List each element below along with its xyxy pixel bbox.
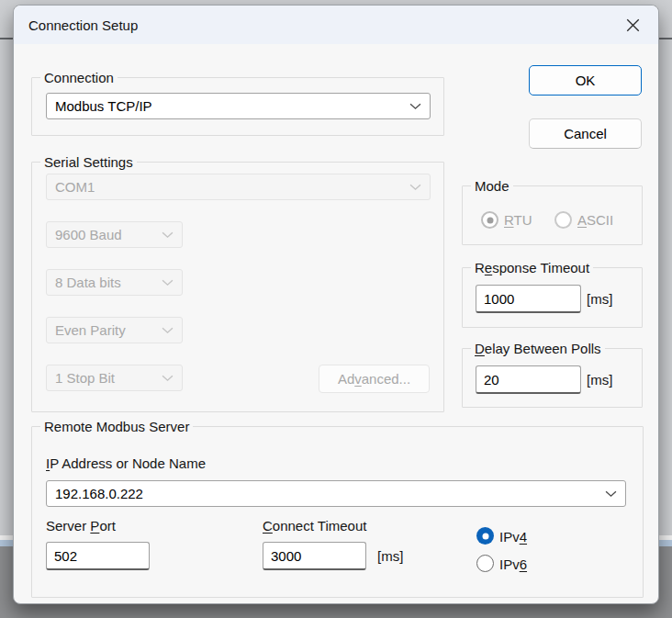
parity-combobox: Even Parity [46, 317, 183, 343]
cancel-button[interactable]: Cancel [529, 118, 642, 149]
response-timeout-unit: [ms] [587, 291, 612, 307]
rtu-label: RTU [504, 212, 532, 228]
com-port-value: COM1 [55, 179, 95, 195]
parity-value: Even Parity [55, 322, 126, 338]
ok-button[interactable]: OK [529, 65, 642, 96]
ipv6-radio[interactable] [476, 555, 494, 572]
server-port-label: Server Port [46, 518, 116, 534]
response-timeout-group-label: Response Timeout [471, 259, 593, 277]
connect-timeout-input[interactable] [263, 542, 366, 570]
remote-server-group: Remote Modbus Server [31, 426, 644, 598]
chevron-down-icon [162, 279, 174, 287]
chevron-down-icon [162, 231, 174, 239]
screen: Connection Setup OK Cancel Connection Mo… [0, 0, 672, 618]
server-port-input[interactable] [46, 542, 150, 570]
close-icon [626, 18, 640, 32]
ok-button-label: OK [576, 73, 596, 88]
stop-bits-combobox: 1 Stop Bit [46, 365, 183, 391]
advanced-button-label: Advanced... [338, 371, 410, 387]
delay-between-polls-group-label: Delay Between Polls [471, 340, 605, 358]
chevron-down-icon [409, 184, 421, 191]
delay-between-polls-unit: [ms] [587, 372, 612, 388]
data-bits-value: 8 Data bits [55, 275, 121, 290]
cancel-button-label: Cancel [564, 126, 607, 141]
connect-timeout-label: Connect Timeout [263, 518, 366, 534]
remote-server-group-label: Remote Modbus Server [40, 418, 193, 436]
advanced-button: Advanced... [319, 365, 430, 393]
dialog-title: Connection Setup [14, 17, 138, 33]
chevron-down-icon [409, 103, 421, 110]
ipv6-label[interactable]: IPv6 [499, 556, 527, 572]
titlebar[interactable]: Connection Setup [14, 6, 658, 44]
ip-address-combobox[interactable]: 192.168.0.222 [46, 480, 626, 507]
response-timeout-input[interactable] [476, 285, 581, 313]
stop-bits-value: 1 Stop Bit [55, 370, 115, 386]
ipv4-radio[interactable] [476, 527, 494, 545]
ipv4-label[interactable]: IPv4 [499, 529, 527, 545]
chevron-down-icon [162, 375, 174, 382]
chevron-down-icon [605, 490, 617, 498]
ip-address-label: IP Address or Node Name [46, 455, 206, 471]
serial-settings-group-label: Serial Settings [40, 153, 137, 172]
close-button[interactable] [616, 11, 649, 39]
ascii-label: ASCII [577, 212, 613, 228]
connect-timeout-unit: [ms] [377, 548, 403, 564]
data-bits-combobox: 8 Data bits [46, 269, 183, 296]
mode-group-label: Mode [471, 177, 513, 196]
ip-address-value: 192.168.0.222 [55, 486, 143, 501]
baud-rate-combobox: 9600 Baud [46, 221, 183, 248]
connection-type-combobox[interactable]: Modbus TCP/IP [46, 93, 431, 119]
connection-group-label: Connection [40, 69, 118, 87]
ascii-radio [554, 211, 572, 229]
chevron-down-icon [162, 327, 174, 334]
connection-setup-dialog: Connection Setup OK Cancel Connection Mo… [13, 5, 659, 604]
connection-type-value: Modbus TCP/IP [55, 98, 152, 114]
delay-between-polls-input[interactable] [476, 365, 581, 394]
com-port-combobox: COM1 [46, 174, 431, 200]
rtu-radio [481, 211, 498, 229]
baud-rate-value: 9600 Baud [55, 227, 122, 242]
